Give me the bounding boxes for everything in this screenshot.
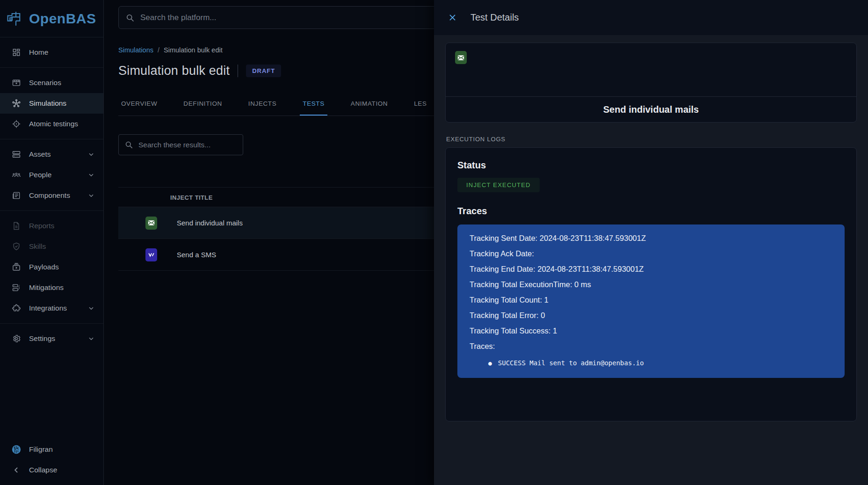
logo[interactable]: OpenBAS (0, 0, 103, 37)
traces-heading: Traces (457, 206, 845, 217)
sidebar-item-mitigations[interactable]: Mitigations (0, 277, 103, 298)
email-icon (145, 217, 157, 230)
drawer-title: Test Details (470, 12, 519, 23)
sidebar-item-label: Scenarios (29, 79, 61, 87)
chevron-down-icon (87, 171, 95, 179)
trace-line: Tracking Ack Date: (470, 246, 832, 261)
trace-line: Tracking Total Count: 1 (470, 292, 832, 308)
results-search-input[interactable] (138, 141, 237, 149)
sidebar-item-label: Payloads (29, 263, 59, 271)
sidebar: OpenBAS Home Scenarios (0, 0, 104, 485)
sidebar-item-home[interactable]: Home (0, 42, 103, 63)
sidebar-item-scenarios[interactable]: Scenarios (0, 72, 103, 93)
newspaper-icon (12, 191, 21, 200)
filigran-logo-icon (12, 445, 21, 454)
status-heading: Status (457, 160, 845, 171)
chevron-down-icon (87, 335, 95, 342)
inject-title: Send a SMS (177, 251, 216, 259)
email-icon (455, 51, 467, 64)
trace-line: Tracking Total Error: 0 (470, 308, 832, 323)
sidebar-item-people[interactable]: People (0, 165, 103, 185)
sidebar-item-assets[interactable]: Assets (0, 144, 103, 165)
breadcrumb-separator: / (158, 46, 159, 54)
sidebar-nav: Home Scenarios Simulations (0, 37, 103, 439)
platform-search-input[interactable] (140, 13, 439, 22)
status-badge-inject-executed: INJECT EXECUTED (457, 178, 540, 192)
sidebar-item-simulations[interactable]: Simulations (0, 93, 103, 114)
brand-name: OpenBAS (29, 11, 96, 27)
sms-icon (145, 248, 157, 261)
search-icon (124, 140, 133, 149)
hub-icon (12, 99, 21, 108)
inject-card-title: Send individual mails (603, 104, 699, 115)
inject-card-top (446, 43, 856, 96)
sidebar-item-payloads[interactable]: Payloads (0, 257, 103, 277)
sidebar-item-label: Mitigations (29, 283, 64, 292)
inject-title: Send individual mails (177, 219, 243, 227)
tab-lessons-cut[interactable]: LES (411, 93, 429, 116)
tab-definition[interactable]: DEFINITION (181, 93, 225, 116)
sidebar-item-label: Settings (29, 334, 55, 343)
results-search (118, 134, 243, 155)
tab-injects[interactable]: INJECTS (246, 93, 279, 116)
breadcrumb-current: Simulation bulk edit (164, 46, 223, 54)
tab-tests[interactable]: TESTS (300, 93, 327, 116)
chevron-down-icon (87, 192, 95, 199)
sidebar-item-label: Home (29, 48, 48, 57)
sidebar-item-reports[interactable]: Reports (0, 216, 103, 236)
sidebar-item-filigran[interactable]: Filigran (0, 439, 103, 460)
title-row: Simulation bulk edit DRAFT (118, 64, 281, 78)
sidebar-item-collapse[interactable]: Collapse (0, 460, 103, 480)
document-icon (12, 221, 21, 231)
sidebar-item-label: Filigran (29, 445, 53, 454)
page-title: Simulation bulk edit (118, 64, 230, 78)
tab-overview[interactable]: OVERVIEW (118, 93, 160, 116)
divider (0, 210, 103, 211)
test-details-drawer: Test Details Send individual mails EXECU… (434, 0, 868, 485)
sidebar-item-label: Reports (29, 222, 54, 230)
sidebar-item-label: Components (29, 191, 70, 200)
chevron-down-icon (87, 151, 95, 158)
execution-logs-card: Status INJECT EXECUTED Traces Tracking S… (445, 147, 857, 421)
sidebar-item-label: Collapse (29, 466, 57, 474)
sidebar-item-label: People (29, 171, 51, 179)
title-divider (238, 65, 238, 77)
inject-card: Send individual mails (445, 43, 857, 123)
groups-icon (12, 170, 21, 180)
trace-log-box: Tracking Sent Date: 2024-08-23T11:38:47.… (457, 224, 845, 378)
sidebar-item-settings[interactable]: Settings (0, 328, 103, 349)
tab-animation[interactable]: ANIMATION (348, 93, 391, 116)
breadcrumb-simulations-link[interactable]: Simulations (118, 46, 153, 54)
search-icon (125, 13, 135, 22)
openbas-app: OpenBAS Home Scenarios (0, 0, 868, 485)
sidebar-item-integrations[interactable]: Integrations (0, 298, 103, 319)
chevron-left-icon (12, 465, 21, 475)
status-badge-draft: DRAFT (246, 65, 281, 77)
gear-icon (12, 334, 21, 343)
dashboard-icon (12, 48, 21, 57)
chevron-down-icon (87, 304, 95, 312)
storage-icon (12, 150, 21, 159)
divider (0, 67, 103, 68)
trace-line: Tracking Total ExecutionTime: 0 ms (470, 277, 832, 292)
sidebar-item-skills[interactable]: Skills (0, 236, 103, 257)
divider (0, 139, 103, 139)
dns-bolt-icon (12, 283, 21, 292)
sidebar-footer: Filigran Collapse (0, 439, 103, 485)
breadcrumb: Simulations / Simulation bulk edit (118, 46, 223, 54)
drawer-body: Send individual mails EXECUTION LOGS Sta… (434, 35, 868, 485)
sidebar-item-components[interactable]: Components (0, 185, 103, 206)
platform-search (118, 6, 446, 29)
close-icon[interactable] (445, 10, 460, 25)
sidebar-item-label: Simulations (29, 99, 66, 108)
sidebar-item-atomic-testings[interactable]: Atomic testings (0, 114, 103, 134)
trace-bullet-text: SUCCESS Mail sent to admin@openbas.io (498, 359, 644, 367)
target-icon (12, 119, 21, 129)
trace-bullet-item: ● SUCCESS Mail sent to admin@openbas.io (470, 359, 832, 367)
column-header-inject-title[interactable]: INJECT TITLE (170, 188, 213, 208)
section-label-execution-logs: EXECUTION LOGS (446, 136, 857, 143)
shield-check-icon (12, 242, 21, 251)
subscriptions-icon (12, 262, 21, 272)
divider (0, 323, 103, 324)
openbas-logo-icon (6, 8, 26, 29)
